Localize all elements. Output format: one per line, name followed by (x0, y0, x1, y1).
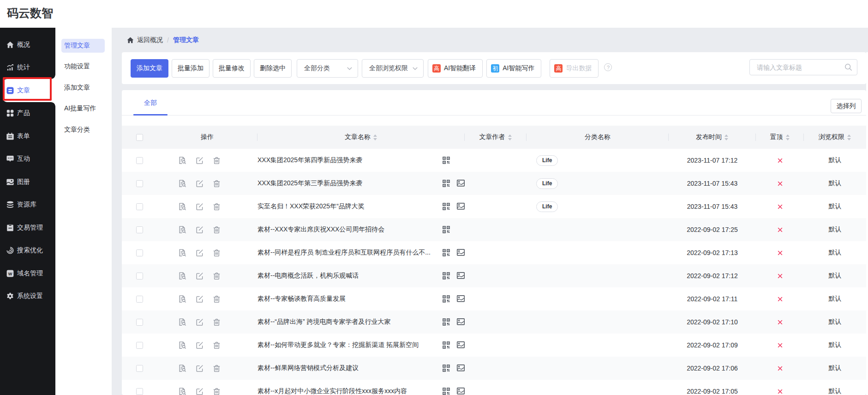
delete-icon[interactable] (213, 203, 221, 211)
delete-icon[interactable] (213, 180, 221, 188)
submenu-item-功能设置[interactable]: 功能设置 (61, 60, 105, 74)
qrcode-icon[interactable] (443, 203, 450, 210)
preview-document-icon[interactable] (179, 226, 186, 234)
submenu-item-AI批量写作[interactable]: AI批量写作 (61, 102, 105, 116)
delete-icon[interactable] (213, 157, 221, 164)
article-title[interactable]: 素材--XXX专家出席庆祝XXX公司周年招待会 (257, 225, 384, 234)
qrcode-icon[interactable] (443, 295, 450, 303)
ai-translate-button[interactable]: 高 AI智能翻译 (428, 59, 483, 78)
category-tag[interactable]: Life (536, 178, 558, 189)
row-checkbox[interactable] (136, 342, 143, 349)
edit-icon[interactable] (196, 318, 204, 326)
select-columns-button[interactable]: 选择列 (831, 99, 862, 113)
add-article-button[interactable]: 添加文章 (131, 59, 168, 78)
delete-icon[interactable] (213, 226, 221, 234)
delete-icon[interactable] (213, 365, 221, 372)
preview-document-icon[interactable] (179, 180, 186, 188)
edit-icon[interactable] (196, 157, 204, 164)
delete-icon[interactable] (213, 249, 221, 257)
delete-icon[interactable] (213, 341, 221, 349)
article-title[interactable]: 素材--x月起对中小微企业实行阶段性xxx服务xxx内容 (257, 387, 407, 395)
qrcode-icon[interactable] (443, 318, 450, 326)
preview-document-icon[interactable] (179, 203, 186, 211)
image-icon[interactable] (457, 388, 465, 395)
edit-icon[interactable] (196, 388, 204, 395)
help-icon[interactable]: ? (604, 63, 612, 71)
article-title[interactable]: 素材--鲜果网络营销模式分析及建议 (257, 364, 359, 372)
row-checkbox[interactable] (136, 319, 143, 326)
delete-icon[interactable] (213, 318, 221, 326)
image-icon[interactable] (457, 272, 465, 279)
sidebar-item-统计[interactable]: 统计 (0, 56, 55, 79)
preview-document-icon[interactable] (179, 295, 186, 303)
edit-icon[interactable] (196, 203, 204, 211)
category-select[interactable]: 全部分类 (297, 59, 358, 78)
delete-selected-button[interactable]: 删除选中 (254, 59, 292, 78)
batch-edit-button[interactable]: 批量修改 (213, 59, 251, 78)
column-header-label[interactable]: 文章作者 (479, 133, 505, 141)
submenu-item-管理文章[interactable]: 管理文章 (61, 39, 105, 53)
batch-add-button[interactable]: 批量添加 (172, 59, 210, 78)
article-title[interactable]: 实至名归！XXX荣获2025年“品牌大奖 (257, 202, 365, 211)
qrcode-icon[interactable] (443, 249, 450, 256)
article-title[interactable]: 素材--电商概念活跃，机构乐观喊话 (257, 272, 359, 280)
column-header-label[interactable]: 浏览权限 (819, 133, 844, 141)
ai-write-button[interactable]: 初 AI智能写作 (486, 59, 541, 78)
edit-icon[interactable] (196, 365, 204, 372)
column-header-label[interactable]: 分类名称 (585, 133, 611, 141)
qrcode-icon[interactable] (443, 388, 450, 395)
qrcode-icon[interactable] (443, 341, 450, 349)
column-header-label[interactable]: 文章名称 (345, 133, 371, 141)
sidebar-item-系统设置[interactable]: 系统设置 (0, 285, 55, 308)
image-icon[interactable] (457, 318, 465, 325)
search-input[interactable] (749, 59, 857, 75)
image-icon[interactable] (457, 249, 465, 256)
article-title[interactable]: XXX集团2025年第四季新品强势来袭 (257, 156, 362, 164)
row-checkbox[interactable] (136, 226, 143, 233)
sidebar-item-资源库[interactable]: 资源库 (0, 194, 55, 217)
permission-select[interactable]: 全部浏览权限 (362, 59, 424, 78)
category-tag[interactable]: Life (536, 155, 558, 166)
export-data-button[interactable]: 高 导出数据 (550, 59, 599, 78)
article-title[interactable]: 素材--专家畅谈教育高质量发展 (257, 295, 346, 303)
preview-document-icon[interactable] (179, 272, 186, 280)
article-title[interactable]: 素材--同样是程序员 制造业程序员和互联网程序员有什么不... (257, 249, 431, 257)
row-checkbox[interactable] (136, 296, 143, 303)
row-checkbox[interactable] (136, 388, 143, 395)
row-checkbox[interactable] (136, 273, 143, 280)
image-icon[interactable] (457, 180, 465, 187)
preview-document-icon[interactable] (179, 157, 186, 164)
sidebar-item-概况[interactable]: 概况 (0, 33, 55, 56)
edit-icon[interactable] (196, 249, 204, 257)
sidebar-item-表单[interactable]: 表单 (0, 125, 55, 148)
qrcode-icon[interactable] (443, 272, 450, 280)
delete-icon[interactable] (213, 272, 221, 280)
qrcode-icon[interactable] (443, 226, 450, 233)
row-checkbox[interactable] (136, 249, 143, 256)
image-icon[interactable] (457, 365, 465, 371)
qrcode-icon[interactable] (443, 157, 450, 164)
delete-icon[interactable] (213, 388, 221, 395)
submenu-item-添加文章[interactable]: 添加文章 (61, 81, 105, 95)
breadcrumb-back-link[interactable]: 返回概况 (137, 36, 163, 44)
search-icon[interactable] (844, 63, 852, 71)
sidebar-item-图册[interactable]: 图册 (0, 170, 55, 194)
image-icon[interactable] (457, 341, 465, 348)
qrcode-icon[interactable] (443, 180, 450, 187)
row-checkbox[interactable] (136, 203, 143, 210)
preview-document-icon[interactable] (179, 341, 186, 349)
tab-all[interactable]: 全部 (133, 90, 168, 115)
column-header-label[interactable]: 操作 (201, 133, 214, 141)
sidebar-item-交易管理[interactable]: 交易管理 (0, 216, 55, 239)
article-title[interactable]: 素材--如何带动更多就业？专家：挖掘新渠道 拓展新空间 (257, 341, 419, 349)
row-checkbox[interactable] (136, 157, 143, 164)
row-checkbox[interactable] (136, 365, 143, 372)
sidebar-item-域名管理[interactable]: 域名管理 (0, 262, 55, 285)
column-header-label[interactable]: 置顶 (770, 133, 783, 141)
row-checkbox[interactable] (136, 180, 143, 187)
qrcode-icon[interactable] (443, 365, 450, 372)
edit-icon[interactable] (196, 180, 204, 188)
image-icon[interactable] (457, 203, 465, 210)
sidebar-item-搜索优化[interactable]: 搜索优化 (0, 239, 55, 262)
sidebar-item-互动[interactable]: 互动 (0, 148, 55, 171)
